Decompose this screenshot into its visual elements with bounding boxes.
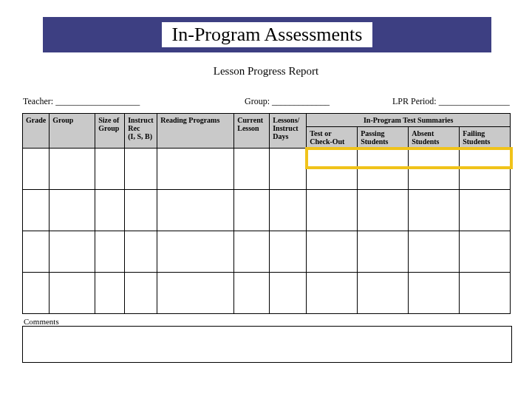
col-grade: Grade <box>23 114 50 149</box>
period-field: LPR Period: ________________ <box>392 96 511 107</box>
col-reading: Reading Programs <box>157 114 234 149</box>
progress-table: Grade Group Size of Group Instruct Rec (… <box>22 113 511 314</box>
teacher-field: Teacher: ___________________ <box>23 96 245 107</box>
col-absent: Absent Students <box>409 127 460 149</box>
comments-box <box>22 326 512 363</box>
comments-label: Comments <box>24 317 59 326</box>
col-lessons: Lessons/ Instruct Days <box>270 114 307 149</box>
table-row <box>23 231 511 273</box>
col-failing: Failing Students <box>460 127 511 149</box>
subtitle: Lesson Progress Report <box>0 65 532 78</box>
col-size: Size of Group <box>95 114 125 149</box>
info-row: Teacher: ___________________ Group: ____… <box>23 96 511 107</box>
table-row <box>23 273 511 314</box>
title-bar: In-Program Assessments <box>43 17 491 52</box>
col-summaries: In-Program Test Summaries <box>307 114 511 127</box>
table-row <box>23 149 511 190</box>
col-group: Group <box>50 114 95 149</box>
page-title: In-Program Assessments <box>162 22 373 47</box>
table-header-row: Grade Group Size of Group Instruct Rec (… <box>23 114 511 127</box>
col-test: Test or Check-Out <box>307 127 358 149</box>
table-row <box>23 190 511 231</box>
col-passing: Passing Students <box>358 127 409 149</box>
col-instruct: Instruct Rec (I, S, B) <box>125 114 157 149</box>
group-field: Group: _____________ <box>245 96 392 107</box>
col-current: Current Lesson <box>234 114 270 149</box>
